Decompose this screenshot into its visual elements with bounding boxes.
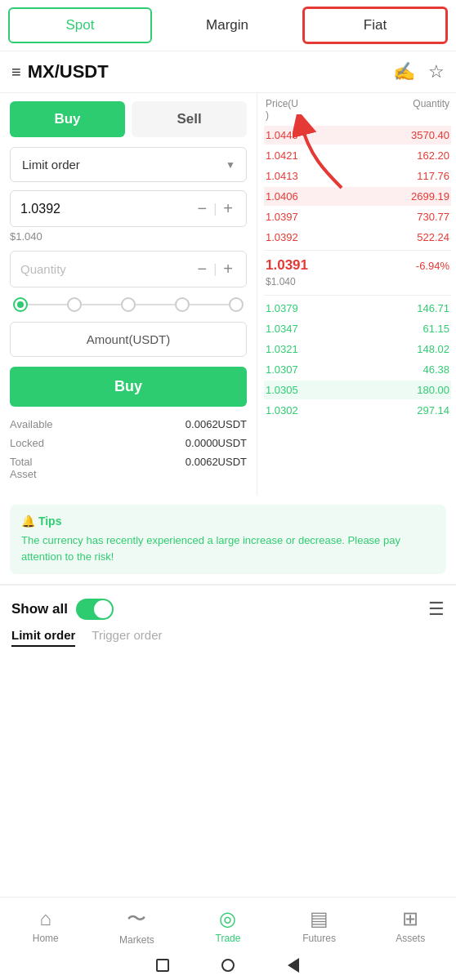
- sys-home-btn[interactable]: [220, 957, 236, 973]
- sell-qty-3: 117.76: [417, 170, 449, 182]
- sell-order-4[interactable]: 1.0406 2699.19: [264, 187, 451, 206]
- price-plus-btn[interactable]: +: [220, 199, 236, 218]
- order-type-select[interactable]: Limit order Market order: [10, 147, 247, 182]
- buy-order-4[interactable]: 1.0307 46.38: [264, 360, 451, 379]
- sell-order-2[interactable]: 1.0421 162.20: [264, 146, 451, 165]
- slider-dot-25[interactable]: [67, 297, 82, 312]
- system-back-icon: [288, 958, 299, 973]
- header-left: ≡ MX/USDT: [11, 61, 109, 82]
- mid-price[interactable]: 1.0391: [266, 257, 308, 274]
- show-all-label: Show all: [11, 601, 68, 617]
- locked-value: 0.0000USDT: [186, 437, 247, 449]
- total-asset-value: 0.0062USDT: [186, 456, 247, 480]
- main-area: Buy Sell Limit order Market order ▼ − | …: [0, 93, 456, 495]
- markets-icon: 〜: [127, 906, 146, 932]
- nav-futures[interactable]: ▤ Futures: [274, 907, 365, 944]
- nav-home-label: Home: [33, 933, 59, 944]
- trade-panel: Buy Sell Limit order Market order ▼ − | …: [0, 93, 257, 495]
- sys-square-btn[interactable]: [154, 957, 171, 973]
- buy-price-3: 1.0321: [266, 343, 298, 355]
- total-asset-label: TotalAsset: [10, 456, 37, 480]
- qty-plus-btn[interactable]: +: [220, 260, 236, 278]
- hamburger-icon[interactable]: ≡: [11, 63, 21, 82]
- orders-tabs: Limit order Trigger order: [0, 628, 456, 653]
- home-icon: ⌂: [40, 907, 52, 930]
- slider-dot-100[interactable]: [229, 297, 244, 312]
- usd-equiv: $1.040: [10, 230, 247, 243]
- price-input-row: − | +: [10, 190, 247, 227]
- buy-order-6[interactable]: 1.0302 297.14: [264, 401, 451, 420]
- bottom-spacer: [0, 653, 456, 751]
- amount-usdt-btn[interactable]: Amount(USDT): [10, 322, 247, 357]
- sell-tab[interactable]: Sell: [132, 101, 247, 137]
- ob-header: Price(U) Quantity: [264, 98, 451, 121]
- sell-price-2: 1.0421: [266, 149, 298, 162]
- buy-price-6: 1.0302: [266, 404, 298, 416]
- qty-input-row: Quantity − | +: [10, 251, 247, 287]
- price-minus-btn[interactable]: −: [194, 199, 210, 218]
- buy-tab[interactable]: Buy: [10, 101, 125, 137]
- sell-order-3[interactable]: 1.0413 117.76: [264, 167, 451, 185]
- buy-sell-tabs: Buy Sell: [10, 101, 247, 137]
- nav-home[interactable]: ⌂ Home: [0, 907, 92, 944]
- orders-tab-limit[interactable]: Limit order: [11, 628, 75, 647]
- sys-back-btn[interactable]: [285, 957, 302, 973]
- percentage-slider[interactable]: [10, 297, 247, 312]
- slider-dot-50[interactable]: [121, 297, 136, 312]
- sell-qty-4: 2699.19: [411, 190, 449, 203]
- qty-minus-btn[interactable]: −: [194, 260, 210, 278]
- list-view-icon[interactable]: ☰: [428, 599, 445, 620]
- system-bar: [0, 951, 456, 980]
- system-circle-icon: [221, 959, 235, 972]
- qty-placeholder: Quantity: [20, 262, 194, 276]
- mid-usd: $1.040: [266, 276, 296, 287]
- star-icon[interactable]: ☆: [428, 61, 445, 82]
- slider-line-1: [28, 304, 67, 305]
- sell-order-6[interactable]: 1.0392 522.24: [264, 228, 451, 247]
- total-asset-row: TotalAsset 0.0062USDT: [10, 456, 247, 480]
- buy-order-5[interactable]: 1.0305 180.00: [264, 381, 451, 399]
- nav-assets-label: Assets: [396, 933, 425, 944]
- buy-order-1[interactable]: 1.0379 146.71: [264, 299, 451, 318]
- nav-trade[interactable]: ◎ Trade: [182, 907, 274, 944]
- sell-price-4: 1.0406: [266, 190, 298, 203]
- buy-orders: 1.0379 146.71 1.0347 61.15 1.0321 148.02…: [264, 299, 451, 420]
- ob-price-col: Price(U): [266, 98, 298, 121]
- sell-price-3: 1.0413: [266, 170, 298, 182]
- buy-price-1: 1.0379: [266, 302, 298, 314]
- slider-dot-75[interactable]: [175, 297, 190, 312]
- tips-box: 🔔 Tips The currency has recently experie…: [10, 505, 446, 574]
- sell-order-5[interactable]: 1.0397 730.77: [264, 207, 451, 226]
- buy-price-4: 1.0307: [266, 363, 298, 376]
- trade-icon: ◎: [219, 907, 236, 930]
- nav-assets[interactable]: ⊞ Assets: [364, 907, 456, 944]
- buy-submit-btn[interactable]: Buy: [10, 367, 247, 407]
- header-bar: ≡ MX/USDT ✍️ ☆: [0, 51, 456, 93]
- buy-order-3[interactable]: 1.0321 148.02: [264, 340, 451, 359]
- buy-qty-5: 180.00: [417, 384, 449, 396]
- sell-price-1: 1.0440: [266, 129, 298, 141]
- tab-fiat[interactable]: Fiat: [302, 7, 448, 44]
- buy-qty-6: 297.14: [417, 404, 449, 416]
- locked-label: Locked: [10, 437, 44, 449]
- bottom-nav: ⌂ Home 〜 Markets ◎ Trade ▤ Futures ⊞ Ass…: [0, 897, 456, 951]
- candlestick-icon[interactable]: ✍️: [393, 61, 415, 82]
- sell-price-5: 1.0397: [266, 211, 298, 223]
- tab-spot[interactable]: Spot: [8, 7, 152, 43]
- show-all-toggle[interactable]: [76, 599, 114, 620]
- slider-line-2: [82, 304, 121, 305]
- available-label: Available: [10, 418, 53, 430]
- nav-markets[interactable]: 〜 Markets: [92, 906, 183, 946]
- orders-tab-trigger[interactable]: Trigger order: [92, 628, 162, 647]
- sell-order-1[interactable]: 1.0440 3570.40: [264, 126, 451, 145]
- pair-title[interactable]: MX/USDT: [28, 61, 109, 82]
- sell-price-6: 1.0392: [266, 231, 298, 243]
- locked-row: Locked 0.0000USDT: [10, 437, 247, 449]
- price-input[interactable]: [20, 202, 194, 216]
- buy-order-2[interactable]: 1.0347 61.15: [264, 319, 451, 338]
- nav-futures-label: Futures: [302, 933, 336, 944]
- slider-dot-0[interactable]: [13, 297, 28, 312]
- tab-margin[interactable]: Margin: [157, 9, 297, 42]
- mid-pct: -6.94%: [416, 260, 449, 272]
- buy-price-5: 1.0305: [266, 384, 298, 396]
